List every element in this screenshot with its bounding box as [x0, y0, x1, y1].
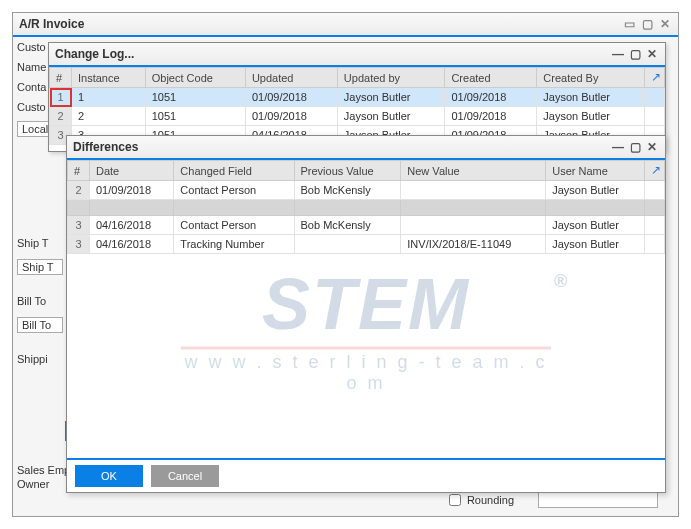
col-updated[interactable]: Updated — [245, 68, 337, 88]
maximize-icon[interactable]: ▢ — [628, 140, 642, 154]
ar-invoice-titlebar: A/R Invoice ▭ ▢ ✕ — [13, 13, 678, 37]
differences-footer: OK Cancel — [67, 458, 665, 492]
bill-to-select[interactable]: Bill To — [17, 317, 63, 333]
ship-to-select[interactable]: Ship T — [17, 259, 63, 275]
expand-icon[interactable]: ↗ — [651, 163, 661, 177]
label-owner: Owner — [17, 478, 73, 490]
close-icon[interactable]: ✕ — [658, 17, 672, 31]
ok-button[interactable]: OK — [75, 465, 143, 487]
row-number[interactable]: 3 — [68, 216, 90, 235]
watermark-url: w w w . s t e r l i n g - t e a m . c o … — [181, 352, 551, 394]
watermark-brand: STEM — [262, 264, 470, 344]
differences-title: Differences — [73, 140, 138, 154]
col-user-name[interactable]: User Name — [546, 161, 645, 181]
expand-icon[interactable]: ↗ — [651, 70, 661, 84]
table-row[interactable]: 11105101/09/2018Jayson Butler01/09/2018J… — [50, 88, 665, 107]
table-row[interactable]: 201/09/2018Contact PersonBob McKenslyJay… — [68, 181, 665, 200]
differences-titlebar: Differences — ▢ ✕ — [67, 136, 665, 160]
col-num[interactable]: # — [68, 161, 90, 181]
col-expand[interactable]: ↗ — [645, 68, 665, 88]
col-expand[interactable]: ↗ — [645, 161, 665, 181]
table-row[interactable]: 304/16/2018Tracking NumberINV/IX/2018/E-… — [68, 235, 665, 254]
col-updated-by[interactable]: Updated by — [337, 68, 445, 88]
change-log-titlebar: Change Log... — ▢ ✕ — [49, 43, 665, 67]
bottom-left-labels: Sales Empl Owner — [17, 464, 73, 490]
ar-invoice-title: A/R Invoice — [19, 17, 84, 31]
watermark-reg: ® — [554, 271, 569, 292]
col-num[interactable]: # — [50, 68, 72, 88]
row-number[interactable]: 1 — [50, 88, 72, 107]
label-sales-employee: Sales Empl — [17, 464, 73, 476]
minimize-icon[interactable]: ▭ — [622, 17, 636, 31]
col-changed-field[interactable]: Changed Field — [174, 161, 294, 181]
row-number[interactable]: 3 — [68, 235, 90, 254]
minimize-icon[interactable]: — — [611, 140, 625, 154]
change-log-title: Change Log... — [55, 47, 134, 61]
row-number[interactable]: 2 — [50, 107, 72, 126]
col-new-value[interactable]: New Value — [401, 161, 546, 181]
differences-window: Differences — ▢ ✕ # Date Changed Field P… — [66, 135, 666, 493]
shipping-billing-labels: Ship T Ship T Bill To Bill To Shippi — [17, 237, 63, 369]
col-object-code[interactable]: Object Code — [145, 68, 245, 88]
col-previous-value[interactable]: Previous Value — [294, 161, 401, 181]
rounding-checkbox[interactable] — [449, 494, 461, 506]
rounding-input[interactable] — [538, 492, 658, 508]
maximize-icon[interactable]: ▢ — [640, 17, 654, 31]
label-ship-to: Ship T — [17, 237, 63, 253]
label-rounding: Rounding — [467, 494, 514, 506]
table-row[interactable]: 304/16/2018Contact PersonBob McKenslyJay… — [68, 216, 665, 235]
col-date[interactable]: Date — [90, 161, 174, 181]
close-icon[interactable]: ✕ — [645, 140, 659, 154]
cancel-button[interactable]: Cancel — [151, 465, 219, 487]
table-row[interactable]: 22105101/09/2018Jayson Butler01/09/2018J… — [50, 107, 665, 126]
col-instance[interactable]: Instance — [72, 68, 146, 88]
label-bill-to: Bill To — [17, 295, 63, 311]
maximize-icon[interactable]: ▢ — [628, 47, 642, 61]
minimize-icon[interactable]: — — [611, 47, 625, 61]
col-created-by[interactable]: Created By — [537, 68, 645, 88]
watermark: STEM® w w w . s t e r l i n g - t e a m … — [181, 263, 551, 394]
differences-grid[interactable]: # Date Changed Field Previous Value New … — [67, 160, 665, 254]
label-shipping: Shippi — [17, 353, 63, 369]
close-icon[interactable]: ✕ — [645, 47, 659, 61]
table-row[interactable] — [68, 200, 665, 216]
change-log-grid[interactable]: # Instance Object Code Updated Updated b… — [49, 67, 665, 145]
row-number[interactable]: 2 — [68, 181, 90, 200]
col-created[interactable]: Created — [445, 68, 537, 88]
